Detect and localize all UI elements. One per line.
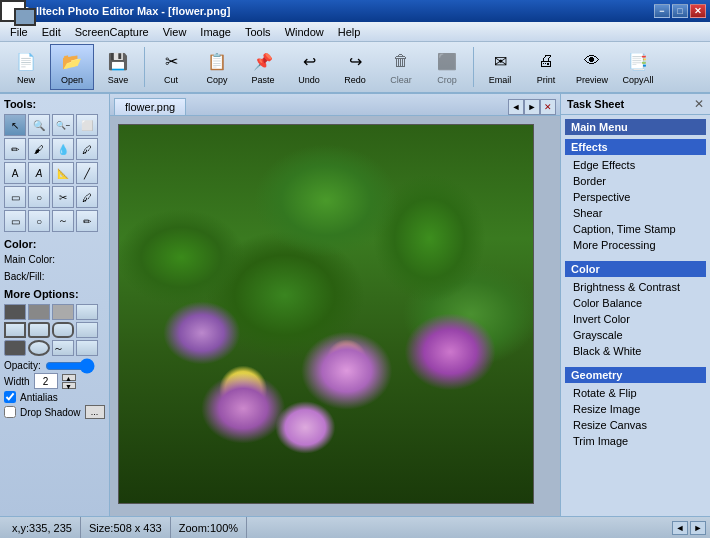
menu-screencapture[interactable]: ScreenCapture [69,24,155,40]
open-button[interactable]: 📂 Open [50,44,94,90]
menu-help[interactable]: Help [332,24,367,40]
task-rotate-flip[interactable]: Rotate & Flip [565,385,706,401]
tool-zoom-in[interactable]: 🔍 [28,114,50,136]
flower-image [119,125,533,503]
opt-12[interactable] [76,340,98,356]
status-nav-right[interactable]: ► [690,521,706,535]
task-shear[interactable]: Shear [565,205,706,221]
tool-select[interactable]: ↖ [4,114,26,136]
undo-icon: ↩ [295,47,323,75]
opt-9[interactable] [4,340,26,356]
opt-5[interactable] [4,322,26,338]
tool-text[interactable]: A [4,162,26,184]
tool-measure[interactable]: 📐 [52,162,74,184]
tab-close-btn[interactable]: ✕ [540,99,556,115]
task-sheet-close-btn[interactable]: ✕ [694,97,704,111]
tool-ellipse2[interactable]: ○ [28,210,50,232]
crop-button[interactable]: ⬛ Crop [425,44,469,90]
opt-2[interactable] [28,304,50,320]
tool-rect-select[interactable]: ⬜ [76,114,98,136]
tool-rect2[interactable]: ▭ [4,210,26,232]
opt-3[interactable] [52,304,74,320]
close-button[interactable]: ✕ [690,4,706,18]
tool-brush[interactable]: 🖌 [28,138,50,160]
drop-shadow-checkbox[interactable] [4,406,16,418]
opt-10[interactable] [28,340,50,356]
canvas-tab[interactable]: flower.png [114,98,186,115]
right-panel: Task Sheet ✕ Main Menu Effects Edge Effe… [560,94,710,516]
opt-1[interactable] [4,304,26,320]
tool-ellipse[interactable]: ○ [28,186,50,208]
back-color-row: Back/Fill: [4,271,105,282]
antialias-checkbox[interactable] [4,391,16,403]
task-main-menu[interactable]: Main Menu [565,119,706,135]
task-trim-image[interactable]: Trim Image [565,433,706,449]
tool-stamp[interactable]: ✏ [76,210,98,232]
task-perspective[interactable]: Perspective [565,189,706,205]
menu-window[interactable]: Window [279,24,330,40]
width-down-btn[interactable]: ▼ [62,382,76,389]
task-edge-effects[interactable]: Edge Effects [565,157,706,173]
copyall-button[interactable]: 📑 CopyAll [616,44,660,90]
tool-rect[interactable]: ▭ [4,186,26,208]
paste-button[interactable]: 📌 Paste [241,44,285,90]
minimize-button[interactable]: − [654,4,670,18]
task-resize-image[interactable]: Resize Image [565,401,706,417]
tool-text2[interactable]: A [28,162,50,184]
tool-pencil[interactable]: ✏ [4,138,26,160]
task-black-white[interactable]: Black & White [565,343,706,359]
restore-button[interactable]: □ [672,4,688,18]
tool-curve[interactable]: ～ [52,210,74,232]
opt-8[interactable] [76,322,98,338]
drop-shadow-settings-btn[interactable]: ... [85,405,105,419]
tool-line[interactable]: ╱ [76,162,98,184]
width-up-btn[interactable]: ▲ [62,374,76,381]
opt-6[interactable] [28,322,50,338]
email-button[interactable]: ✉ Email [478,44,522,90]
task-brightness-contrast[interactable]: Brightness & Contrast [565,279,706,295]
preview-button[interactable]: 👁 Preview [570,44,614,90]
new-icon: 📄 [12,47,40,75]
main-color-label: Main Color: [4,254,55,265]
task-more-processing[interactable]: More Processing [565,237,706,253]
task-resize-canvas[interactable]: Resize Canvas [565,417,706,433]
copy-button[interactable]: 📋 Copy [195,44,239,90]
cut-button[interactable]: ✂ Cut [149,44,193,90]
undo-button[interactable]: ↩ Undo [287,44,331,90]
width-input[interactable] [34,373,58,389]
cut-icon: ✂ [157,47,185,75]
tool-fill[interactable]: 💧 [52,138,74,160]
opacity-slider[interactable] [45,361,95,371]
menu-tools[interactable]: Tools [239,24,277,40]
task-invert-color[interactable]: Invert Color [565,311,706,327]
task-grayscale[interactable]: Grayscale [565,327,706,343]
preview-icon: 👁 [578,47,606,75]
print-button[interactable]: 🖨 Print [524,44,568,90]
task-section-effects: Effects Edge Effects Border Perspective … [565,139,706,253]
tool-eraser[interactable]: 🖊 [76,186,98,208]
save-button[interactable]: 💾 Save [96,44,140,90]
email-label: Email [489,75,512,85]
task-border[interactable]: Border [565,173,706,189]
redo-button[interactable]: ↪ Redo [333,44,377,90]
tool-pen[interactable]: 🖊 [76,138,98,160]
opt-7[interactable] [52,322,74,338]
new-button[interactable]: 📄 New [4,44,48,90]
clear-button[interactable]: 🗑 Clear [379,44,423,90]
clear-icon: 🗑 [387,47,415,75]
opt-11[interactable]: ～ [52,340,74,356]
status-nav-left[interactable]: ◄ [672,521,688,535]
task-color-balance[interactable]: Color Balance [565,295,706,311]
menu-image[interactable]: Image [194,24,237,40]
task-caption-timestamp[interactable]: Caption, Time Stamp [565,221,706,237]
menu-edit[interactable]: Edit [36,24,67,40]
tab-prev-btn[interactable]: ◄ [508,99,524,115]
antialias-label: Antialias [20,392,58,403]
tab-next-btn[interactable]: ► [524,99,540,115]
canvas-wrapper[interactable] [110,116,560,516]
tool-zoom-out[interactable]: 🔍− [52,114,74,136]
tool-scissors[interactable]: ✂ [52,186,74,208]
opt-4[interactable] [76,304,98,320]
menu-view[interactable]: View [157,24,193,40]
antialias-row: Antialias [4,391,105,403]
